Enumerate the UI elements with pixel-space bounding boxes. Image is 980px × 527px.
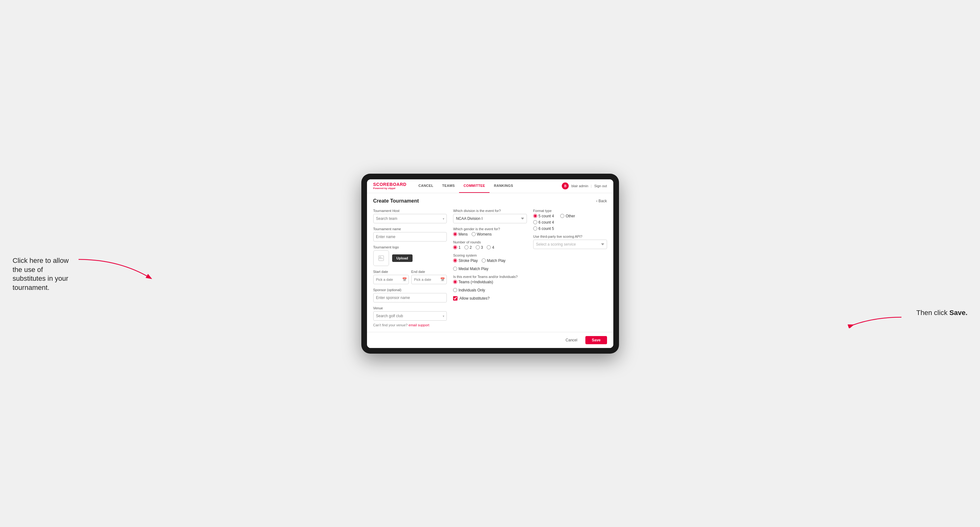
annotation-right-bold: Save. — [950, 309, 968, 317]
gender-label: Which gender is the event for? — [453, 227, 527, 231]
scoring-stroke-item[interactable]: Stroke Play — [453, 259, 477, 263]
logo-board: BOARD — [390, 182, 407, 187]
format-other-item[interactable]: Other — [560, 214, 575, 218]
scoring-radio-group: Stroke Play Match Play Medal Match Play — [453, 259, 527, 271]
arrow-left — [78, 253, 160, 284]
gender-mens-label: Mens — [458, 232, 468, 237]
format-other-radio[interactable] — [560, 214, 564, 218]
scoring-label: Scoring system — [453, 254, 527, 257]
substitutes-checkbox-item[interactable]: Allow substitutes? — [453, 296, 527, 300]
event-teams-radio[interactable] — [453, 280, 457, 284]
nav-links: Cancel TEAMS COMMITTEE RANKINGS — [414, 179, 562, 193]
rounds-2-item[interactable]: 2 — [465, 245, 472, 250]
scoring-match-radio[interactable] — [482, 259, 486, 263]
event-teams-item[interactable]: Teams (+Individuals) — [453, 280, 493, 284]
tournament-host-label: Tournament Host — [373, 209, 447, 213]
gender-womens-radio[interactable] — [472, 232, 476, 236]
rounds-3-radio[interactable] — [476, 245, 480, 249]
division-label: Which division is the event for? — [453, 209, 527, 213]
format-5count4-item[interactable]: 5 count 4 — [533, 214, 554, 218]
division-group: Which division is the event for? NCAA Di… — [453, 209, 527, 223]
rounds-4-item[interactable]: 4 — [487, 245, 494, 250]
back-link[interactable]: ‹ Back — [596, 199, 607, 203]
format-6count4-label: 6 count 4 — [539, 220, 554, 225]
format-options: 5 count 4 Other 6 count 4 — [533, 214, 607, 231]
gender-mens-radio[interactable] — [453, 232, 457, 236]
format-5count4-label: 5 count 4 — [539, 214, 554, 218]
host-select-icon: ▾ — [443, 217, 444, 220]
event-individuals-label: Individuals Only — [458, 288, 485, 292]
event-individuals-radio[interactable] — [453, 288, 457, 292]
end-date-wrap: 📅 — [411, 275, 447, 284]
nav-username: blair admin — [571, 184, 588, 188]
nav-logo-scoreboard: SCOREBOARD — [373, 182, 407, 187]
tournament-logo-group: Tournament logo Upload — [373, 245, 447, 266]
sponsor-group: Sponsor (optional) — [373, 288, 447, 302]
scoring-match-item[interactable]: Match Play — [482, 259, 506, 263]
start-date-wrap: 📅 — [373, 275, 409, 284]
scoring-stroke-label: Stroke Play — [458, 259, 477, 263]
scoring-stroke-radio[interactable] — [453, 259, 457, 263]
gender-mens-item[interactable]: Mens — [453, 232, 468, 237]
nav-link-committee[interactable]: COMMITTEE — [459, 179, 490, 193]
tournament-host-input[interactable] — [373, 214, 447, 223]
format-6count4-radio[interactable] — [533, 220, 537, 224]
format-type-group: Format type 5 count 4 Other — [533, 209, 607, 231]
gender-group: Which gender is the event for? Mens Wome… — [453, 227, 527, 237]
event-type-radio-group: Teams (+Individuals) Individuals Only — [453, 280, 527, 292]
end-date-label: End date — [411, 270, 447, 273]
gender-womens-item[interactable]: Womens — [472, 232, 492, 237]
rounds-radio-group: 1 2 3 — [453, 245, 527, 250]
scoring-medal-radio[interactable] — [453, 267, 457, 271]
date-group: Start date End date 📅 📅 — [373, 270, 447, 284]
substitutes-checkbox[interactable] — [453, 296, 458, 300]
nav-link-teams[interactable]: TEAMS — [438, 179, 459, 193]
scoring-medal-item[interactable]: Medal Match Play — [453, 267, 488, 271]
tournament-name-input[interactable] — [373, 232, 447, 241]
format-6count5-item[interactable]: 6 count 5 — [533, 227, 607, 231]
scoring-match-label: Match Play — [487, 259, 506, 263]
annotation-left: Click here to allow the use of substitut… — [13, 256, 75, 292]
form-section-col2: Which division is the event for? NCAA Di… — [453, 209, 527, 327]
save-button[interactable]: Save — [585, 336, 607, 344]
nav-link-tournaments[interactable]: Cancel — [414, 179, 438, 193]
nav-signout[interactable]: Sign out — [594, 184, 607, 188]
rounds-1-item[interactable]: 1 — [453, 245, 461, 250]
rounds-label: Number of rounds — [453, 240, 527, 244]
format-other-label: Other — [566, 214, 575, 218]
page-header: Create Tournament ‹ Back — [373, 198, 607, 204]
scoring-medal-label: Medal Match Play — [458, 267, 488, 271]
cancel-button[interactable]: Cancel — [560, 336, 582, 344]
rounds-1-radio[interactable] — [453, 245, 457, 249]
arrow-right — [846, 310, 903, 328]
event-type-group: Is this event for Teams and/or Individua… — [453, 275, 527, 292]
rounds-4-radio[interactable] — [487, 245, 491, 249]
format-6count5-radio[interactable] — [533, 227, 537, 230]
format-5count4-radio[interactable] — [533, 214, 537, 218]
form-columns: Tournament Host ▾ Tournament name Tourna — [373, 209, 607, 327]
logo-placeholder — [373, 250, 389, 266]
division-select[interactable]: NCAA Division I NCAA Division II NCAA Di… — [453, 214, 527, 223]
annotation-right: Then click Save. — [916, 308, 967, 317]
venue-select-icon: ▾ — [443, 314, 444, 317]
page-wrapper: Click here to allow the use of substitut… — [13, 174, 967, 354]
rounds-3-item[interactable]: 3 — [476, 245, 483, 250]
nav-link-rankings[interactable]: RANKINGS — [490, 179, 517, 193]
api-select[interactable]: Select a scoring service — [533, 240, 607, 249]
end-date-calendar-icon: 📅 — [440, 277, 445, 282]
logo-score: SCORE — [373, 182, 390, 187]
format-6count4-item[interactable]: 6 count 4 — [533, 220, 607, 225]
date-label-row: Start date End date — [373, 270, 447, 273]
rounds-2-radio[interactable] — [465, 245, 468, 249]
nav-avatar: B — [562, 183, 569, 189]
rounds-2-label: 2 — [470, 245, 472, 250]
page-content: Create Tournament ‹ Back Tournament Host… — [367, 193, 613, 332]
venue-input[interactable] — [373, 311, 447, 321]
annotation-right-text: Then click Save. — [916, 309, 967, 317]
rounds-1-label: 1 — [458, 245, 461, 250]
event-individuals-item[interactable]: Individuals Only — [453, 288, 485, 292]
page-title: Create Tournament — [373, 198, 419, 204]
upload-button[interactable]: Upload — [392, 254, 412, 262]
venue-email-support-link[interactable]: email support — [409, 323, 429, 327]
sponsor-input[interactable] — [373, 293, 447, 302]
